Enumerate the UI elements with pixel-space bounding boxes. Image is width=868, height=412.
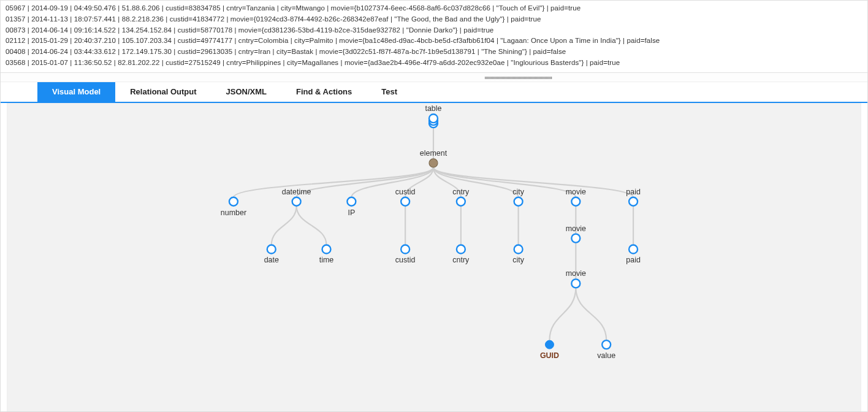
tree-node-label: cntry: [452, 256, 470, 264]
tree-node-cntry2[interactable]: cntry: [452, 245, 470, 264]
svg-point-19: [571, 279, 580, 288]
log-line: 03568 | 2015-01-07 | 11:36:50.52 | 82.81…: [6, 58, 862, 69]
tree-node-label: date: [264, 256, 279, 264]
tab-bar: Visual ModelRelational OutputJSON/XMLFin…: [1, 82, 867, 103]
tree-node-cntry[interactable]: cntry: [452, 188, 470, 206]
svg-point-8: [457, 197, 465, 206]
splitter-grip-icon[interactable]: [485, 77, 552, 79]
tree-node-label: cntry: [452, 188, 470, 196]
tree-node-label: custid: [395, 256, 416, 264]
tree-node-custid2[interactable]: custid: [395, 245, 416, 264]
tree-node-paid[interactable]: paid: [626, 188, 641, 206]
log-line: 02112 | 2015-01-29 | 20:40:37.210 | 105.…: [6, 36, 862, 47]
svg-point-20: [545, 340, 554, 349]
tree-node-label: datetime: [282, 188, 311, 196]
log-line: 00873 | 2014-06-14 | 09:16:14.522 | 134.…: [6, 25, 862, 36]
log-line: 05967 | 2014-09-19 | 04:49:50.476 | 51.8…: [6, 3, 862, 14]
tree-node-label: GUID: [540, 351, 559, 360]
svg-point-9: [514, 197, 523, 206]
tree-node-guid[interactable]: GUID: [540, 340, 559, 360]
tree-node-label: paid: [626, 188, 641, 196]
tree-edge: [272, 206, 297, 245]
tree-node-label: city: [512, 188, 524, 196]
svg-point-15: [457, 245, 465, 253]
tree-node-ip[interactable]: IP: [347, 197, 356, 217]
svg-point-5: [292, 197, 301, 206]
splitter[interactable]: [1, 73, 867, 82]
svg-point-21: [602, 340, 611, 349]
tab-label: Relational Output: [130, 87, 196, 96]
tree-node-label: number: [221, 208, 246, 217]
log-line: 01357 | 2014-11-13 | 18:07:57.441 | 88.2…: [6, 14, 862, 25]
svg-point-3: [429, 159, 438, 167]
svg-point-7: [401, 197, 409, 206]
tree-node-datetime[interactable]: datetime: [282, 188, 311, 206]
tab-test[interactable]: Test: [367, 82, 412, 102]
tab-visual_model[interactable]: Visual Model: [37, 82, 115, 102]
tab-label: Find & Actions: [296, 87, 352, 96]
tab-relational_output[interactable]: Relational Output: [115, 82, 211, 102]
tab-label: JSON/XML: [226, 87, 267, 96]
tree-node-value[interactable]: value: [597, 340, 615, 360]
tree-node-label: movie: [566, 224, 586, 233]
tree-node-label: movie: [566, 269, 586, 278]
tab-label: Visual Model: [52, 87, 101, 96]
tab-find_actions[interactable]: Find & Actions: [281, 82, 367, 102]
tree-svg[interactable]: tableelementnumberdatetimeIPcustidcntryc…: [7, 104, 861, 412]
tree-node-city[interactable]: city: [512, 188, 524, 206]
svg-point-12: [267, 245, 276, 253]
svg-point-4: [229, 197, 238, 206]
svg-point-17: [571, 234, 580, 242]
tree-node-movieB[interactable]: movie: [566, 224, 586, 243]
tree-node-paid2[interactable]: paid: [626, 245, 641, 264]
tree-node-label: city: [512, 256, 524, 264]
svg-point-13: [322, 245, 331, 253]
tree-node-label: time: [319, 256, 334, 264]
svg-point-11: [629, 197, 638, 206]
log-line: 00408 | 2014-06-24 | 03:44:33.612 | 172.…: [6, 47, 862, 58]
svg-point-2: [429, 114, 438, 123]
tree-node-movieA[interactable]: movie: [566, 188, 586, 206]
tree-node-label: table: [425, 104, 441, 113]
tree-node-movieC[interactable]: movie: [566, 269, 586, 288]
tree-node-label: movie: [566, 188, 586, 196]
tree-edge: [576, 288, 606, 340]
tree-node-date[interactable]: date: [264, 245, 279, 264]
tree-node-label: paid: [626, 256, 641, 264]
tree-edge: [549, 288, 576, 340]
svg-point-16: [514, 245, 523, 253]
log-panel: 05967 | 2014-09-19 | 04:49:50.476 | 51.8…: [1, 1, 867, 73]
tree-node-label: value: [597, 351, 615, 360]
tree-node-label: custid: [395, 188, 416, 196]
tree-node-table[interactable]: table: [425, 104, 441, 128]
tab-label: Test: [381, 87, 397, 96]
tree-node-custid[interactable]: custid: [395, 188, 416, 206]
svg-point-10: [571, 197, 580, 206]
visual-model-canvas[interactable]: tableelementnumberdatetimeIPcustidcntryc…: [7, 103, 861, 412]
svg-point-6: [347, 197, 356, 206]
svg-point-18: [629, 245, 638, 253]
tree-node-number[interactable]: number: [221, 197, 246, 217]
svg-point-14: [401, 245, 409, 253]
tree-edge: [297, 206, 327, 245]
tree-node-time[interactable]: time: [319, 245, 334, 264]
tree-node-label: element: [420, 149, 447, 158]
tree-node-label: IP: [348, 208, 355, 217]
tree-node-city2[interactable]: city: [512, 245, 524, 264]
tab-json_xml[interactable]: JSON/XML: [211, 82, 281, 102]
